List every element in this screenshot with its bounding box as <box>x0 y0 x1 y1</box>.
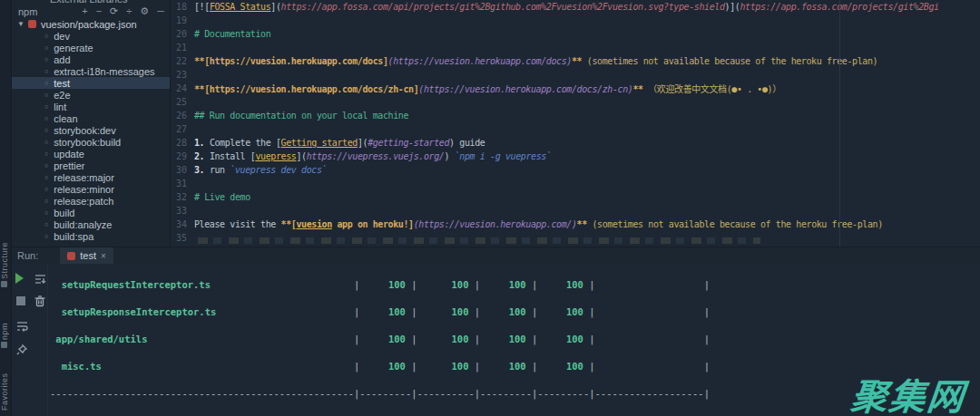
npm-panel-title: npm <box>18 6 37 17</box>
script-bullet-icon: ○ <box>44 233 48 239</box>
line-number: 29 <box>171 151 194 161</box>
script-bullet-icon: ○ <box>44 150 48 157</box>
clipped-text <box>198 237 760 244</box>
clear-trash-icon[interactable] <box>34 295 46 307</box>
run-tab-test[interactable]: test × <box>60 247 113 264</box>
npm-script-storybook-build[interactable]: ○storybook:build <box>12 136 170 148</box>
code-line: 32# Live demo <box>171 190 980 204</box>
run-label: Run: <box>17 250 38 261</box>
npm-panel-header: npm + − ⟳ ÷ ⚙ ─ <box>12 5 170 18</box>
editor[interactable]: 18[![FOSSA Status](https://app.fossa.com… <box>171 0 980 247</box>
script-bullet-icon: ○ <box>44 174 48 180</box>
code-line: 22**[https://vuesion.herokuapp.com/docs]… <box>171 54 980 68</box>
script-bullet-icon: ○ <box>44 33 48 39</box>
line-number: 30 <box>171 165 194 175</box>
run-panel-header: Run: test × <box>12 247 980 264</box>
code-line: 33 <box>171 204 980 218</box>
line-number: 26 <box>171 111 194 121</box>
code-line: 281. Complete the [Getting started](#get… <box>171 136 980 150</box>
pin-icon[interactable] <box>15 343 28 356</box>
coverage-row: setupRequestInterceptor.ts|100|100|100|1… <box>50 278 980 292</box>
npm-script-release-patch[interactable]: ○release:patch <box>12 195 170 207</box>
npm-script-lint[interactable]: ○lint <box>12 101 170 112</box>
refresh-icon[interactable]: ⟳ <box>110 6 118 16</box>
code-line: 292. Install [vuepress](https://vuepress… <box>171 150 980 163</box>
soft-wrap-icon[interactable] <box>15 320 28 333</box>
add-icon[interactable]: + <box>82 6 87 16</box>
stop-button[interactable] <box>16 296 25 305</box>
script-bullet-icon: ○ <box>44 92 48 98</box>
script-bullet-icon: ○ <box>44 221 48 227</box>
script-bullet-icon: ○ <box>44 68 48 74</box>
right-margin-guide <box>839 0 840 247</box>
code-line: 23 <box>171 68 980 82</box>
line-number: 35 <box>171 233 194 243</box>
line-number: 27 <box>171 124 194 134</box>
npm-script-e2e[interactable]: ○e2e <box>12 89 170 101</box>
npm-script-dev[interactable]: ○dev <box>12 30 170 42</box>
line-number: 25 <box>171 97 194 107</box>
code-line: 18[![FOSSA Status](https://app.fossa.com… <box>171 0 980 14</box>
line-number: 31 <box>171 179 194 189</box>
code-line-clipped: 35 <box>171 231 980 245</box>
script-bullet-icon: ○ <box>44 44 48 51</box>
structure-tool-button[interactable]: Structure <box>0 234 12 297</box>
site-watermark: 聚集网 <box>848 368 968 416</box>
structure-icon <box>2 281 8 287</box>
npm-script-prettier[interactable]: ○prettier <box>12 160 170 171</box>
code-line: 34Please visit the **[vuesion app on her… <box>171 218 980 231</box>
code-line: 303. run `vuepress dev docs` <box>171 163 980 177</box>
line-number: 22 <box>171 56 194 66</box>
npm-script-add[interactable]: ○add <box>12 53 170 65</box>
line-number: 23 <box>171 70 194 80</box>
script-bullet-icon: ○ <box>44 186 48 192</box>
tool-window-bar: Structure npm Favorites <box>0 0 12 416</box>
npm-panel: External Libraries npm + − ⟳ ÷ ⚙ ─ ▼ vue… <box>12 0 171 247</box>
npm-tool-button[interactable]: npm <box>0 315 12 357</box>
script-bullet-icon: ○ <box>44 115 48 121</box>
scroll-to-end-icon[interactable] <box>34 272 46 285</box>
coverage-separator: ----------------------------------------… <box>50 387 980 401</box>
test-console[interactable]: setupRequestInterceptor.ts|100|100|100|1… <box>48 265 980 416</box>
npm-script-extract-i18n-messages[interactable]: ○extract-i18n-messages <box>12 65 170 77</box>
script-bullet-icon: ○ <box>44 209 48 216</box>
npm-script-build[interactable]: ○build <box>12 207 170 218</box>
npm-script-build-analyze[interactable]: ○build:analyze <box>12 218 170 230</box>
script-bullet-icon: ○ <box>44 198 48 204</box>
run-panel: Run: test × setupRequestInterceptor.ts|1… <box>12 247 980 416</box>
code-line: 20# Documentation <box>171 27 980 41</box>
close-icon[interactable]: × <box>101 251 106 261</box>
script-bullet-icon: ○ <box>44 127 48 133</box>
chevron-down-icon[interactable]: ▼ <box>17 20 24 28</box>
npm-script-clean[interactable]: ○clean <box>12 112 170 124</box>
expand-all-icon[interactable]: ÷ <box>126 6 132 16</box>
npm-script-update[interactable]: ○update <box>12 148 170 160</box>
npm-script-generate[interactable]: ○generate <box>12 42 170 53</box>
code-line: 26## Run documentation on your local mac… <box>171 109 980 122</box>
rerun-play-button[interactable] <box>15 273 24 284</box>
package-json-root[interactable]: ▼ vuesion/package.json <box>12 18 170 30</box>
gear-icon[interactable]: ⚙ <box>140 6 149 16</box>
npm-logo-icon <box>28 20 36 28</box>
remove-icon[interactable]: − <box>96 6 102 16</box>
line-number: 34 <box>171 219 194 229</box>
line-number: 19 <box>171 15 194 25</box>
code-line: 24**[https://vuesion.herokuapp.com/docs/… <box>171 82 980 95</box>
npm-script-release-major[interactable]: ○release:major <box>12 171 170 183</box>
code-line: 31 <box>171 177 980 190</box>
npm-script-test[interactable]: ○test <box>12 77 170 89</box>
code-line: 25 <box>171 95 980 109</box>
code-line: 27 <box>171 122 980 136</box>
npm-scripts-tree: ▼ vuesion/package.json ○dev ○generate ○a… <box>12 18 170 242</box>
script-bullet-icon: ○ <box>44 162 48 169</box>
coverage-row: app/shared/utils|100|100|100|100|| <box>50 333 980 346</box>
run-toolbar <box>12 264 48 416</box>
coverage-row: misc.ts|100|100|100|100|| <box>50 360 980 373</box>
npm-script-build-spa[interactable]: ○build:spa <box>12 230 170 242</box>
hide-panel-icon[interactable]: ─ <box>157 6 164 16</box>
favorites-tool-button[interactable]: Favorites <box>0 368 12 416</box>
npm-script-storybook-dev[interactable]: ○storybook:dev <box>12 124 170 136</box>
script-bullet-icon: ○ <box>44 80 48 86</box>
ide-window: { "watermark": "聚集网", "tool_bar": { "str… <box>0 0 980 416</box>
npm-script-release-minor[interactable]: ○release:minor <box>12 183 170 195</box>
